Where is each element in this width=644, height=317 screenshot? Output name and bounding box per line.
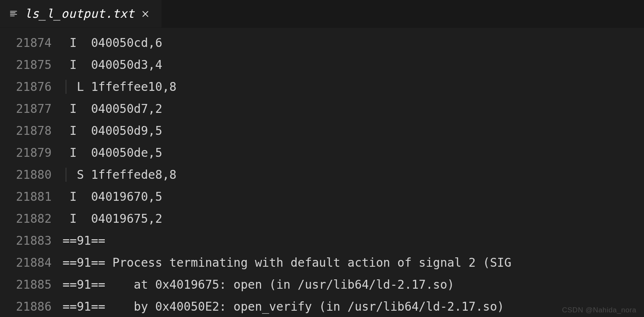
line-number: 21883 [0, 230, 63, 252]
editor-line[interactable]: 21882 I 04019675,2 [0, 208, 644, 230]
line-content: ==91== at 0x4019675: open (in /usr/lib64… [63, 274, 454, 296]
line-number: 21876 [0, 76, 63, 98]
editor-line[interactable]: 21886==91== by 0x40050E2: open_verify (i… [0, 296, 644, 317]
editor-line[interactable]: 21877 I 040050d7,2 [0, 98, 644, 120]
tab-active[interactable]: ls_l_output.txt [0, 0, 161, 27]
line-number: 21884 [0, 252, 63, 274]
editor-line[interactable]: 21879 I 040050de,5 [0, 142, 644, 164]
editor-line[interactable]: 21878 I 040050d9,5 [0, 120, 644, 142]
line-content: I 04019670,5 [63, 186, 162, 208]
line-content: ==91== by 0x40050E2: open_verify (in /us… [63, 296, 504, 317]
line-content: │ S 1ffeffede8,8 [63, 164, 177, 186]
watermark: CSDN @Nahida_nora [562, 306, 636, 314]
line-content: I 04019675,2 [63, 208, 162, 230]
tab-filename: ls_l_output.txt [25, 7, 134, 21]
line-number: 21878 [0, 120, 63, 142]
editor-line[interactable]: 21884==91== Process terminating with def… [0, 252, 644, 274]
line-content: ==91== Process terminating with default … [63, 252, 511, 274]
line-number: 21881 [0, 186, 63, 208]
editor-line[interactable]: 21881 I 04019670,5 [0, 186, 644, 208]
line-number: 21875 [0, 54, 63, 76]
line-number: 21877 [0, 98, 63, 120]
line-number: 21886 [0, 296, 63, 317]
line-number: 21882 [0, 208, 63, 230]
line-content: I 040050d3,4 [63, 54, 162, 76]
editor-line[interactable]: 21874 I 040050cd,6 [0, 32, 644, 54]
file-lines-icon [8, 9, 19, 19]
line-number: 21885 [0, 274, 63, 296]
editor-area[interactable]: 21874 I 040050cd,621875 I 040050d3,42187… [0, 28, 644, 317]
editor-line[interactable]: 21880│ S 1ffeffede8,8 [0, 164, 644, 186]
line-content: │ L 1ffeffee10,8 [63, 76, 177, 98]
editor-line[interactable]: 21885==91== at 0x4019675: open (in /usr/… [0, 274, 644, 296]
editor-line[interactable]: 21876│ L 1ffeffee10,8 [0, 76, 644, 98]
line-content: ==91== [63, 230, 112, 252]
tab-bar: ls_l_output.txt [0, 0, 644, 28]
editor-line[interactable]: 21875 I 040050d3,4 [0, 54, 644, 76]
line-number: 21879 [0, 142, 63, 164]
line-content: I 040050de,5 [63, 142, 162, 164]
line-number: 21874 [0, 32, 63, 54]
line-content: I 040050d9,5 [63, 120, 162, 142]
close-icon[interactable] [140, 9, 150, 19]
indent-guide: │ [63, 80, 70, 94]
line-number: 21880 [0, 164, 63, 186]
indent-guide: │ [63, 168, 70, 182]
line-content: I 040050cd,6 [63, 32, 162, 54]
editor-line[interactable]: 21883==91== [0, 230, 644, 252]
line-content: I 040050d7,2 [63, 98, 162, 120]
